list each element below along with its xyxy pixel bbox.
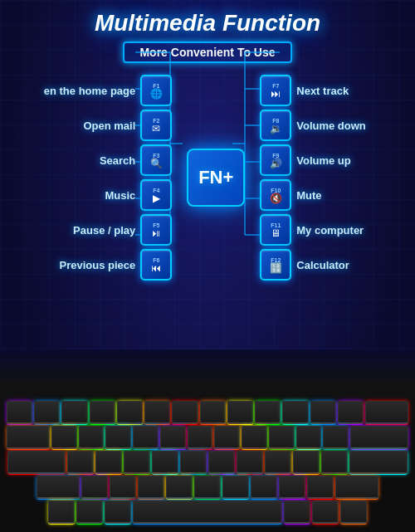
f2-label: Open mail	[61, 120, 135, 132]
kb-key	[160, 426, 186, 449]
kb-key	[227, 401, 253, 424]
kb-key	[133, 426, 159, 449]
kb-key	[279, 476, 305, 499]
kb-row-2	[7, 426, 408, 449]
kb-key	[51, 426, 77, 449]
f10-key: F10 🔇	[260, 179, 291, 211]
fn-row-f2: Open mail F2 ✉	[61, 110, 172, 141]
kb-key	[95, 451, 122, 474]
kb-key	[312, 500, 339, 524]
kb-key	[340, 500, 367, 524]
kb-key	[144, 401, 170, 424]
kb-key	[255, 401, 281, 424]
kb-key	[214, 426, 240, 449]
f6-label: Previous piece	[59, 259, 135, 271]
kb-key	[90, 401, 115, 424]
fn-row-f6: Previous piece F6 ⏮	[59, 249, 172, 281]
keyboard-container	[0, 394, 415, 532]
f2-key: F2 ✉	[140, 110, 172, 141]
kb-key	[76, 500, 103, 524]
fn-row-f11: F11 🖥 My computer	[260, 214, 371, 246]
f5-key: F5 ⏯	[140, 214, 172, 246]
fn-row-f5: Pause / play F5 ⏯	[61, 214, 172, 246]
fn-row-f1: en the home page F1 🌐	[44, 75, 173, 106]
kb-key	[61, 401, 87, 424]
subtitle-text: More Convenient To Use	[123, 41, 291, 63]
kb-key	[7, 401, 32, 424]
kb-key	[188, 426, 213, 449]
kb-key	[105, 500, 131, 524]
f8-key: F8 🔉	[260, 110, 291, 141]
f7-label: Next track	[296, 85, 371, 97]
fn-grid: en the home page F1 🌐 Open mail F2 ✉ Sea…	[8, 75, 407, 281]
kb-row-1	[7, 401, 408, 424]
fn-row-f3: Search F3 🔍	[61, 144, 172, 176]
kb-key	[208, 451, 235, 474]
kb-key	[237, 451, 263, 474]
kb-key	[265, 451, 291, 474]
fn-row-f4: Music F4 ▶	[61, 179, 172, 211]
f9-label: Volume up	[296, 154, 371, 167]
fn-row-f8: F8 🔉 Volume down	[260, 110, 371, 141]
kb-key	[200, 401, 226, 424]
f1-label: en the home page	[44, 85, 136, 97]
kb-row-3	[7, 451, 408, 474]
right-column: F7 ⏭ Next track F8 🔉 Volume down F9 🔊 Vo…	[260, 75, 371, 281]
kb-key	[37, 476, 80, 499]
kb-key	[124, 451, 150, 474]
kb-key	[284, 500, 310, 524]
kb-row-5	[7, 500, 408, 524]
kb-key	[338, 401, 364, 424]
kb-key	[323, 426, 349, 449]
f11-key: F11 🖥	[260, 214, 291, 246]
f7-key: F7 ⏭	[260, 75, 291, 106]
kb-key	[110, 476, 136, 499]
kb-key	[117, 401, 143, 424]
kb-key	[180, 451, 207, 474]
main-content: Multimedia Function More Convenient To U…	[0, 0, 415, 281]
kb-row-4	[7, 476, 408, 499]
fn-plus-button: FN+	[187, 149, 245, 207]
fn-row-f10: F10 🔇 Mute	[260, 179, 371, 211]
keyboard-image	[0, 349, 415, 532]
fn-row-f12: F12 🔢 Calculator	[260, 249, 371, 281]
kb-key	[242, 426, 267, 449]
kb-key	[105, 426, 131, 449]
f8-label: Volume down	[296, 120, 371, 132]
f9-key: F9 🔊	[260, 144, 291, 176]
f12-label: Calculator	[296, 259, 371, 271]
kb-key	[166, 476, 193, 499]
kb-key	[48, 500, 75, 524]
kb-key	[269, 426, 295, 449]
kb-key	[138, 476, 164, 499]
kb-key	[172, 401, 198, 424]
kb-key	[7, 426, 50, 449]
subtitle-badge: More Convenient To Use	[8, 41, 407, 63]
kb-key	[365, 401, 408, 424]
kb-key	[222, 476, 249, 499]
kb-key	[194, 476, 221, 499]
f3-label: Search	[61, 154, 135, 167]
kb-key	[7, 451, 66, 474]
f3-key: F3 🔍	[140, 144, 172, 176]
kb-spacebar	[133, 500, 282, 524]
kb-key	[296, 426, 322, 449]
f11-label: My computer	[296, 224, 371, 237]
kb-key	[335, 476, 378, 499]
kb-key	[310, 401, 336, 424]
kb-key	[79, 426, 105, 449]
kb-key	[282, 401, 308, 424]
kb-key	[293, 451, 320, 474]
f1-key: F1 🌐	[140, 75, 172, 106]
f12-key: F12 🔢	[260, 249, 291, 281]
fn-row-f7: F7 ⏭ Next track	[260, 75, 371, 106]
kb-key	[307, 476, 334, 499]
f6-key: F6 ⏮	[140, 249, 172, 281]
fn-row-f9: F9 🔊 Volume up	[260, 144, 371, 176]
f4-key: F4 ▶	[140, 179, 172, 211]
kb-key	[251, 476, 277, 499]
f4-label: Music	[61, 189, 135, 202]
kb-key	[152, 451, 178, 474]
kb-key	[321, 451, 348, 474]
page-title: Multimedia Function	[8, 10, 407, 37]
